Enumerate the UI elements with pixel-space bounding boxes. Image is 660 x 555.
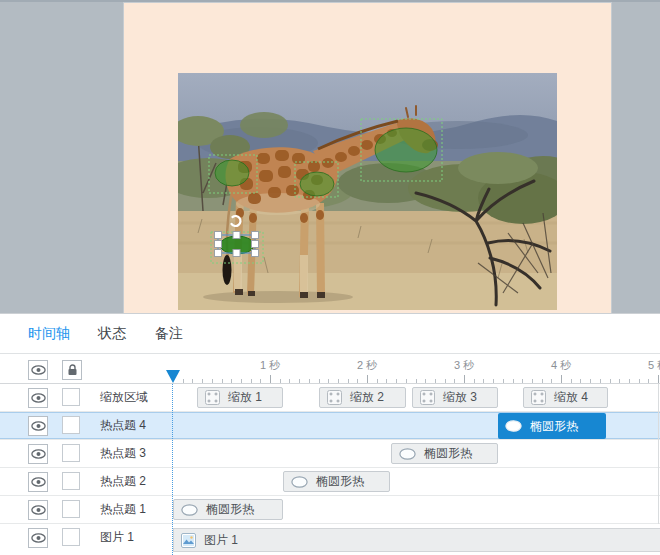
zoom-icon: [420, 390, 435, 405]
track-row[interactable]: 缩放区域缩放 1缩放 2缩放 3缩放 4: [0, 384, 660, 412]
ellipse-hotspot[interactable]: [375, 128, 437, 172]
track-row[interactable]: 热点题 2椭圆形热: [0, 468, 660, 496]
ruler-second-label: 2 秒: [345, 358, 389, 373]
eye-icon: [31, 533, 46, 543]
rotate-handle-icon[interactable]: [232, 216, 241, 226]
ellipse-icon: [291, 476, 308, 488]
row-checkbox[interactable]: [62, 500, 80, 518]
timeline-bar[interactable]: 缩放 1: [197, 387, 283, 408]
tab-timeline[interactable]: 时间轴: [28, 314, 70, 353]
row-visibility-button[interactable]: [28, 472, 48, 492]
tab-notes[interactable]: 备注: [155, 314, 183, 353]
ruler-tick: [619, 379, 620, 383]
timeline-header: 1 秒2 秒3 秒4 秒5 秒: [0, 354, 660, 384]
ruler-tick: [202, 379, 203, 383]
resize-handle[interactable]: [215, 241, 222, 248]
timeline-bar[interactable]: 缩放 4: [523, 387, 608, 408]
ruler-tick: [493, 379, 494, 383]
ruler-tick: [192, 379, 193, 383]
zoom-icon: [205, 390, 220, 405]
ruler-tick: [212, 379, 213, 383]
eye-icon: [31, 477, 46, 487]
ruler-tick: [251, 379, 252, 383]
playhead-handle[interactable]: [166, 370, 180, 383]
ruler-tick: [241, 379, 242, 383]
track-row[interactable]: 热点题 1椭圆形热: [0, 496, 660, 524]
tab-state[interactable]: 状态: [98, 314, 126, 353]
ruler-tick: [231, 379, 232, 383]
ruler-tick: [270, 375, 271, 383]
resize-handle[interactable]: [233, 250, 240, 257]
timeline-bar-label: 缩放 1: [228, 389, 262, 406]
track-row[interactable]: 图片 1图片 1: [0, 524, 660, 554]
ruler-tick: [571, 379, 572, 383]
row-checkbox[interactable]: [62, 472, 80, 490]
image-icon: [181, 533, 196, 548]
resize-handle[interactable]: [215, 232, 222, 239]
ruler-tick: [590, 379, 591, 383]
row-visibility-button[interactable]: [28, 416, 48, 436]
ruler-tick: [639, 379, 640, 383]
ruler-tick: [386, 379, 387, 383]
resize-handle[interactable]: [233, 232, 240, 239]
ellipse-hotspot[interactable]: [215, 160, 249, 186]
timeline-bar[interactable]: 缩放 3: [412, 387, 498, 408]
timeline-panel: 时间轴 状态 备注 1 秒2 秒3 秒4 秒5 秒 缩放区域缩放 1缩放 2缩放…: [0, 313, 660, 555]
ruler-tick: [600, 379, 601, 383]
ruler-tick: [377, 379, 378, 383]
timeline-bar-label: 缩放 2: [350, 389, 384, 406]
giraffe-photo[interactable]: [178, 73, 557, 310]
ruler-tick: [425, 379, 426, 383]
row-checkbox[interactable]: [62, 528, 80, 546]
canvas-workspace[interactable]: [0, 0, 660, 313]
eye-icon: [31, 365, 46, 375]
ruler-tick: [260, 379, 261, 383]
timeline-bar-label: 图片 1: [204, 532, 238, 549]
ruler-tick: [348, 379, 349, 383]
timeline-bar-label: 椭圆形热: [424, 445, 472, 462]
track-name: 图片 1: [100, 524, 134, 551]
row-visibility-button[interactable]: [28, 444, 48, 464]
ellipse-hotspot[interactable]: [300, 172, 334, 196]
app-window: 时间轴 状态 备注 1 秒2 秒3 秒4 秒5 秒 缩放区域缩放 1缩放 2缩放…: [0, 0, 660, 555]
row-visibility-button[interactable]: [28, 528, 48, 548]
row-checkbox[interactable]: [62, 444, 80, 462]
artboard[interactable]: [124, 3, 611, 313]
timeline-bar[interactable]: 图片 1: [173, 528, 660, 552]
track-row[interactable]: 热点题 3椭圆形热: [0, 440, 660, 468]
track-row[interactable]: 热点题 4椭圆形热: [0, 412, 660, 440]
track-rows: 缩放区域缩放 1缩放 2缩放 3缩放 4热点题 4椭圆形热热点题 3椭圆形热热点…: [0, 384, 660, 554]
ruler-tick: [280, 379, 281, 383]
ellipse-icon: [181, 504, 198, 516]
timeline-bar[interactable]: 缩放 2: [319, 387, 406, 408]
row-checkbox[interactable]: [62, 416, 80, 434]
eye-icon: [31, 505, 46, 515]
row-visibility-button[interactable]: [28, 500, 48, 520]
ruler-tick: [367, 375, 368, 383]
ruler-tick: [328, 379, 329, 383]
ruler-tick: [551, 379, 552, 383]
row-visibility-button[interactable]: [28, 388, 48, 408]
row-checkbox[interactable]: [62, 388, 80, 406]
timeline-bar[interactable]: 椭圆形热: [391, 443, 498, 464]
timeline-bar[interactable]: 椭圆形热: [173, 499, 283, 520]
ruler-tick: [454, 379, 455, 383]
ruler-second-label: 4 秒: [539, 358, 583, 373]
ruler-second-label: 5 秒: [636, 358, 660, 373]
resize-handle[interactable]: [252, 241, 259, 248]
ruler-tick: [483, 379, 484, 383]
timeline-bar[interactable]: 椭圆形热: [283, 471, 390, 492]
ruler-tick: [522, 379, 523, 383]
resize-handle[interactable]: [215, 250, 222, 257]
resize-handle[interactable]: [252, 232, 259, 239]
track-name: 热点题 2: [100, 468, 146, 495]
timeline-bar-label: 椭圆形热: [206, 501, 254, 518]
timeline-bar-label: 缩放 4: [554, 389, 588, 406]
resize-handle[interactable]: [252, 250, 259, 257]
toggle-all-visibility-button[interactable]: [28, 360, 48, 380]
timeline-bar[interactable]: 椭圆形热: [498, 413, 606, 439]
ruler-tick: [648, 379, 649, 383]
lock-all-button[interactable]: [62, 360, 82, 380]
ruler-tick: [445, 379, 446, 383]
track-name: 热点题 3: [100, 440, 146, 467]
